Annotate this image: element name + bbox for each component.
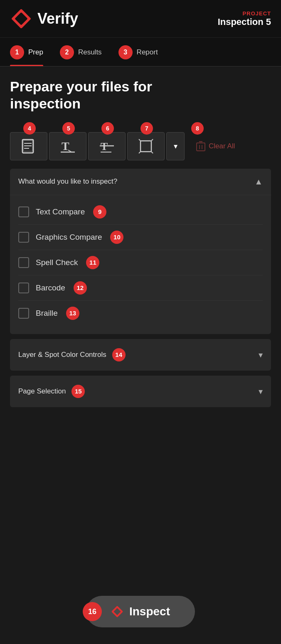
trash-icon xyxy=(196,141,205,152)
step-3-badge: 3 xyxy=(118,45,133,59)
step-1-badge: 1 xyxy=(10,45,24,59)
clear-all-col: 8 xyxy=(191,122,204,132)
step-3-label: Report xyxy=(137,48,158,57)
tool-6-col: 6 xyxy=(88,122,127,132)
crop-icon xyxy=(138,138,154,154)
project-label: PROJECT xyxy=(218,10,271,17)
page-title: Prepare your files for inspection xyxy=(10,78,271,112)
inspect-button-label: Inspect xyxy=(129,605,170,618)
logo-area: Verify xyxy=(10,7,78,30)
svg-text:T: T xyxy=(101,140,108,152)
step-2-label: Results xyxy=(78,48,102,57)
tool-4-badge: 4 xyxy=(23,122,36,135)
step-1-label: Prep xyxy=(28,48,43,57)
layer-panel-badge: 14 xyxy=(112,348,126,361)
tool-8-badge: 8 xyxy=(191,122,204,135)
steps-navigation: 1 Prep 2 Results 3 Report xyxy=(0,38,281,66)
graphics-compare-checkbox[interactable] xyxy=(18,232,29,243)
text-compare-label: Text Compare xyxy=(36,207,85,216)
page-selection-title: Page Selection xyxy=(18,387,66,396)
layer-panel: Layer & Spot Color Controls 14 ▾ xyxy=(10,339,271,371)
svg-rect-19 xyxy=(197,143,205,151)
text-compare-checkbox[interactable] xyxy=(18,206,29,217)
barcode-label: Barcode xyxy=(36,283,65,293)
braille-badge: 13 xyxy=(66,307,79,320)
tool-5-badge: 5 xyxy=(62,122,75,135)
svg-line-17 xyxy=(139,152,140,153)
page-selection-title-area: Page Selection 15 xyxy=(18,385,85,398)
inspection-panel-title: What would you like to inspect? xyxy=(18,177,117,186)
text-baseline-button[interactable]: T xyxy=(49,132,86,160)
layer-panel-title: Layer & Spot Color Controls xyxy=(18,351,106,359)
dropdown-chevron-icon: ▾ xyxy=(174,142,177,151)
inspect-button[interactable]: 16 Inspect xyxy=(86,596,195,627)
tool-buttons-row: T T xyxy=(10,132,271,160)
spell-check-label: Spell Check xyxy=(36,258,78,267)
text-baseline-icon: T xyxy=(60,138,76,154)
clear-all-button[interactable]: Clear All xyxy=(191,138,240,155)
tool-6-badge: 6 xyxy=(101,122,114,135)
graphics-compare-item[interactable]: Graphics Compare 10 xyxy=(18,225,263,250)
text-compare-badge: 9 xyxy=(93,205,106,219)
crop-tool-button[interactable] xyxy=(127,132,165,160)
inspection-panel-body: Text Compare 9 Graphics Compare 10 Spell… xyxy=(10,195,271,334)
step-report[interactable]: 3 Report xyxy=(118,45,158,66)
step-prep[interactable]: 1 Prep xyxy=(10,45,43,66)
page-selection-panel-header[interactable]: Page Selection 15 ▾ xyxy=(10,376,271,407)
svg-line-16 xyxy=(151,139,153,141)
inspection-panel: What would you like to inspect? ▲ Text C… xyxy=(10,169,271,334)
inspect-badge: 16 xyxy=(83,602,102,621)
document-tool-button[interactable] xyxy=(10,132,47,160)
spell-check-item[interactable]: Spell Check 11 xyxy=(18,250,263,275)
svg-rect-14 xyxy=(140,141,151,152)
braille-label: Braille xyxy=(36,309,58,318)
spell-check-checkbox[interactable] xyxy=(18,257,29,268)
page-selection-badge: 15 xyxy=(71,385,85,398)
clear-all-label: Clear All xyxy=(209,142,235,150)
step-results[interactable]: 2 Results xyxy=(60,45,102,66)
text-compare-item[interactable]: Text Compare 9 xyxy=(18,199,263,225)
project-info: PROJECT Inspection 5 xyxy=(218,10,271,27)
inspection-panel-chevron: ▲ xyxy=(254,177,263,187)
layer-panel-title-area: Layer & Spot Color Controls 14 xyxy=(18,348,126,361)
braille-checkbox[interactable] xyxy=(18,308,29,319)
svg-line-15 xyxy=(139,139,140,141)
tool-7-badge: 7 xyxy=(140,122,153,135)
spell-check-badge: 11 xyxy=(86,256,99,269)
project-name: Inspection 5 xyxy=(218,17,271,27)
logo-text: Verify xyxy=(37,10,78,27)
inspect-button-area: 16 Inspect xyxy=(86,596,195,627)
svg-line-18 xyxy=(151,152,153,153)
logo-icon xyxy=(10,7,32,30)
layer-panel-header[interactable]: Layer & Spot Color Controls 14 ▾ xyxy=(10,339,271,371)
graphics-compare-label: Graphics Compare xyxy=(36,233,102,242)
page-content: Prepare your files for inspection 4 5 6 … xyxy=(0,66,281,462)
barcode-badge: 12 xyxy=(74,281,87,295)
tool-7-col: 7 xyxy=(127,122,166,132)
tool-5-col: 5 xyxy=(49,122,88,132)
text-strikethrough-button[interactable]: T xyxy=(88,132,126,160)
barcode-checkbox[interactable] xyxy=(18,283,29,293)
graphics-compare-badge: 10 xyxy=(110,231,123,244)
tool-4-col: 4 xyxy=(10,122,49,132)
text-strikethrough-icon: T xyxy=(99,138,115,154)
braille-item[interactable]: Braille 13 xyxy=(18,301,263,326)
page-selection-chevron: ▾ xyxy=(259,386,263,396)
document-icon xyxy=(21,138,37,154)
barcode-item[interactable]: Barcode 12 xyxy=(18,275,263,301)
step-2-badge: 2 xyxy=(60,45,74,59)
layer-panel-chevron: ▾ xyxy=(259,350,263,360)
app-header: Verify PROJECT Inspection 5 xyxy=(0,0,281,38)
tools-section: 4 5 6 7 8 xyxy=(10,122,271,160)
tool-dropdown-button[interactable]: ▾ xyxy=(166,132,185,160)
svg-text:T: T xyxy=(62,140,69,152)
page-selection-panel: Page Selection 15 ▾ xyxy=(10,376,271,407)
inspect-diamond-icon xyxy=(111,605,123,618)
inspection-panel-header[interactable]: What would you like to inspect? ▲ xyxy=(10,169,271,195)
